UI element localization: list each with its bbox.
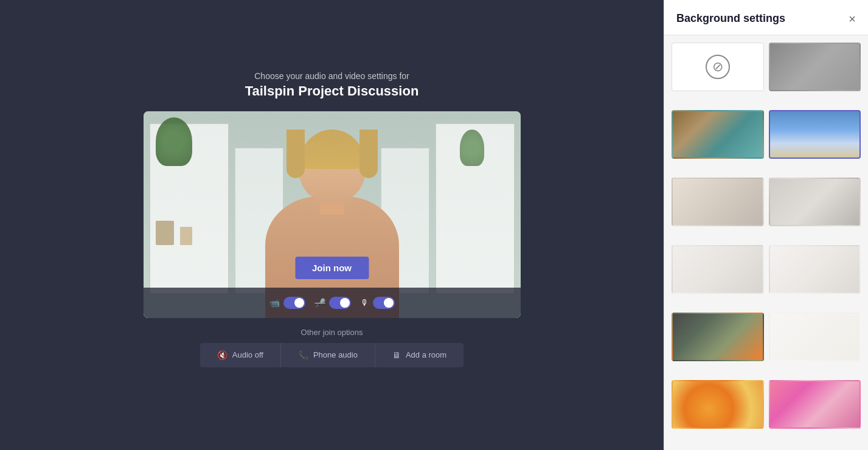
- background-grid: ⊘: [664, 35, 868, 450]
- background-white1-thumb[interactable]: [672, 245, 764, 294]
- audio-off-icon: 🔇: [217, 350, 227, 360]
- camera-control: 📹: [269, 297, 305, 309]
- background-city-thumb[interactable]: [769, 110, 861, 159]
- background-office4-thumb[interactable]: [672, 313, 764, 361]
- mic-icon: 🎙: [361, 298, 369, 308]
- plant-decoration-right: [460, 130, 484, 166]
- header-title: Tailspin Project Discussion: [245, 83, 419, 99]
- video-background: [144, 111, 521, 318]
- join-options-label: Other join options: [200, 328, 464, 337]
- background-none-thumb[interactable]: ⊘: [672, 43, 764, 91]
- background-office3-thumb[interactable]: [769, 178, 861, 226]
- audio-off-button[interactable]: 🔇 Audio off: [200, 343, 281, 367]
- video-controls-bar: 📹 🎤 🎙: [144, 288, 521, 318]
- main-area: Choose your audio and video settings for…: [0, 0, 664, 450]
- header-subtitle: Choose your audio and video settings for: [245, 71, 419, 81]
- background-orange-thumb[interactable]: [672, 380, 764, 429]
- camera-icon: 📹: [269, 298, 280, 308]
- mic-control: 🎙: [361, 297, 395, 309]
- header: Choose your audio and video settings for…: [245, 71, 419, 99]
- background-blur-thumb[interactable]: [769, 43, 861, 91]
- panel-header: Background settings ×: [664, 0, 868, 35]
- background-white2-thumb[interactable]: [769, 245, 861, 294]
- join-options-section: Other join options 🔇 Audio off 📞 Phone a…: [200, 328, 464, 367]
- noise-toggle[interactable]: [329, 297, 351, 309]
- background-office2-thumb[interactable]: [672, 178, 764, 226]
- plant-decoration-left: [156, 117, 192, 166]
- video-preview: Join now Make sure you're ready to go, a…: [144, 111, 521, 318]
- join-now-button[interactable]: Join now: [295, 257, 369, 279]
- noise-control: 🎤: [315, 297, 351, 309]
- background-pink-thumb[interactable]: [769, 380, 861, 429]
- mic-toggle[interactable]: [373, 297, 395, 309]
- background-settings-panel: Background settings × ⊘: [664, 0, 868, 450]
- add-room-button[interactable]: 🖥 Add a room: [375, 343, 464, 367]
- background-plain-thumb[interactable]: [769, 313, 861, 361]
- no-background-icon: ⊘: [706, 55, 730, 79]
- noise-icon: 🎤: [315, 298, 325, 308]
- panel-title: Background settings: [676, 12, 785, 25]
- panel-close-button[interactable]: ×: [849, 13, 856, 25]
- join-options-buttons: 🔇 Audio off 📞 Phone audio 🖥 Add a room: [200, 343, 464, 367]
- phone-icon: 📞: [298, 350, 308, 360]
- background-office1-thumb[interactable]: [672, 110, 764, 159]
- room-icon: 🖥: [392, 350, 401, 360]
- camera-toggle[interactable]: [283, 297, 305, 309]
- phone-audio-button[interactable]: 📞 Phone audio: [281, 343, 375, 367]
